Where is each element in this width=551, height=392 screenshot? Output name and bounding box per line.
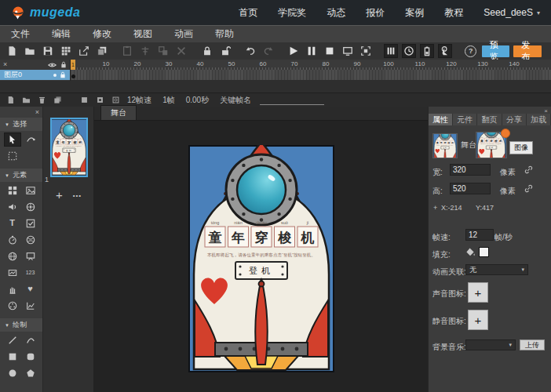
board-tool[interactable] xyxy=(23,250,38,263)
user-menu[interactable]: Seed_deeS ▾ xyxy=(483,7,540,18)
link-height-icon[interactable] xyxy=(524,183,534,194)
delete-layer-icon[interactable] xyxy=(35,95,48,106)
bgm-select[interactable]: ▾ xyxy=(465,339,516,350)
text-tool[interactable]: T xyxy=(5,217,20,230)
publish-button[interactable]: 发布 xyxy=(513,45,542,57)
menu-view[interactable]: 视图 xyxy=(133,27,152,41)
tab-symbols[interactable]: 元件 xyxy=(453,114,477,125)
page-more-button[interactable]: ••• xyxy=(73,192,82,199)
rect-tool[interactable] xyxy=(5,350,20,363)
menu-file[interactable]: 文件 xyxy=(11,27,30,41)
frames-track[interactable] xyxy=(71,70,551,80)
video-tool[interactable] xyxy=(23,201,38,213)
transform-tool[interactable] xyxy=(5,150,20,162)
nav-tutorials[interactable]: 教程 xyxy=(444,6,463,20)
duplicate-icon[interactable] xyxy=(95,44,109,58)
preview-button[interactable]: 预览 xyxy=(482,45,510,57)
menu-help[interactable]: 帮助 xyxy=(215,27,234,41)
section-select-header[interactable]: ▼选择 xyxy=(0,118,42,131)
fit-stage-icon[interactable] xyxy=(359,44,373,58)
fps-input[interactable] xyxy=(465,229,494,241)
lock-column-icon[interactable] xyxy=(60,61,67,68)
new-layer-icon[interactable] xyxy=(4,95,16,106)
add-mute-icon-button[interactable]: + xyxy=(468,310,488,330)
globe-tool[interactable] xyxy=(5,250,20,263)
toggle-clock-icon[interactable] xyxy=(402,44,416,58)
audio-tool[interactable] xyxy=(5,201,20,213)
upload-bgm-button[interactable]: 上传 xyxy=(520,339,545,350)
width-input[interactable] xyxy=(450,164,491,176)
linechart-tool[interactable] xyxy=(23,299,38,312)
close-icon[interactable]: × xyxy=(35,108,39,116)
save-icon[interactable] xyxy=(41,44,55,58)
stage-artwork[interactable] xyxy=(188,145,334,372)
timeline-ruler[interactable]: 10 20 30 40 50 60 70 80 90 100 110 120 1… xyxy=(71,60,551,71)
tab-loading[interactable]: 加载 xyxy=(527,114,551,125)
nav-pricing[interactable]: 报价 xyxy=(366,6,385,20)
dial-tool[interactable] xyxy=(5,299,20,312)
form-tool[interactable] xyxy=(23,217,38,230)
insert-frame-icon[interactable] xyxy=(78,95,90,106)
gesture-tool[interactable] xyxy=(5,283,20,296)
new-file-icon[interactable] xyxy=(5,44,19,58)
lock-icon[interactable] xyxy=(200,44,214,58)
image-tool[interactable] xyxy=(23,184,38,197)
nav-academy-award[interactable]: 学院奖 xyxy=(278,6,306,20)
polygon-tool[interactable] xyxy=(23,367,38,379)
snap-grid-icon[interactable] xyxy=(59,44,73,58)
pause-icon[interactable] xyxy=(305,44,319,58)
nav-news[interactable]: 动态 xyxy=(327,6,345,20)
add-page-button[interactable]: + xyxy=(56,190,63,201)
page-thumbnail-1[interactable] xyxy=(50,118,88,177)
line-tool[interactable] xyxy=(5,334,20,347)
insert-blank-keyframe-icon[interactable] xyxy=(109,95,122,106)
section-draw-header[interactable]: ▼绘制 xyxy=(0,318,42,332)
playhead[interactable]: 1 xyxy=(71,60,75,70)
tab-share[interactable]: 分享 xyxy=(502,114,527,125)
stop-icon[interactable] xyxy=(323,44,337,58)
insert-keyframe-icon[interactable] xyxy=(93,95,106,106)
play-icon[interactable] xyxy=(286,44,301,58)
new-folder-icon[interactable] xyxy=(20,95,32,106)
nav-home[interactable]: 首页 xyxy=(239,6,257,20)
visibility-eye-icon[interactable] xyxy=(48,62,57,68)
ellipse-tool[interactable] xyxy=(5,367,20,379)
chart-flag-tool[interactable] xyxy=(5,267,20,279)
keyframe-name-input[interactable] xyxy=(260,96,324,105)
section-elements-header[interactable]: ▼元素 xyxy=(0,169,42,182)
menu-edit[interactable]: 编辑 xyxy=(52,27,71,41)
height-input[interactable] xyxy=(450,183,491,194)
timer-tool[interactable] xyxy=(5,234,20,246)
mugeda-logo[interactable]: mugeda xyxy=(11,5,80,20)
nav-cases[interactable]: 案例 xyxy=(405,6,424,20)
preview-monitor-icon[interactable] xyxy=(341,44,355,58)
copy-layer-icon[interactable] xyxy=(51,95,64,106)
open-file-icon[interactable] xyxy=(23,44,37,58)
shapes-tool[interactable] xyxy=(5,184,20,197)
toggle-columns-icon[interactable] xyxy=(384,44,398,58)
paint-bucket-icon[interactable] xyxy=(465,247,476,257)
link-width-icon[interactable] xyxy=(524,165,534,175)
layer-visible-dot-icon[interactable] xyxy=(53,74,57,77)
heart-tool[interactable]: ♥ xyxy=(23,283,38,296)
add-sound-icon-button[interactable]: + xyxy=(468,282,488,303)
tab-pageflip[interactable]: 翻页 xyxy=(477,114,502,125)
stage-canvas[interactable] xyxy=(94,121,428,392)
close-icon[interactable]: × xyxy=(544,107,548,114)
layer-row-0[interactable]: 图层0 xyxy=(0,70,70,80)
export-icon[interactable] xyxy=(77,44,91,58)
roundrect-tool[interactable] xyxy=(23,350,38,363)
lasso-tool[interactable] xyxy=(23,133,38,146)
curve-tool[interactable] xyxy=(23,334,38,347)
unlock-icon[interactable] xyxy=(218,44,232,58)
tab-stage[interactable]: 舞台 xyxy=(100,105,137,120)
toggle-touch-icon[interactable] xyxy=(438,44,452,58)
layer-lock-icon[interactable] xyxy=(60,71,66,78)
undo-icon[interactable] xyxy=(243,44,257,58)
fill-color-swatch[interactable] xyxy=(479,247,489,257)
help-icon[interactable]: ? xyxy=(464,44,478,58)
close-icon[interactable]: × xyxy=(3,61,7,68)
cursor-tool[interactable] xyxy=(5,133,20,146)
toggle-battery-icon[interactable] xyxy=(420,44,434,58)
sphere-tool[interactable] xyxy=(23,234,38,246)
